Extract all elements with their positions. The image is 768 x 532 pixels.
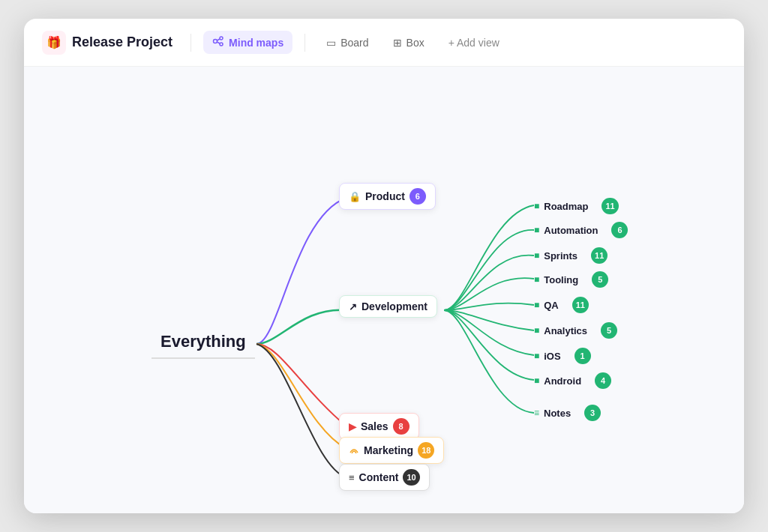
svg-point-2 xyxy=(220,43,223,46)
sales-label: Sales xyxy=(361,420,388,432)
leaf-analytics[interactable]: ■ Analytics 5 xyxy=(534,322,617,339)
leaf-qa[interactable]: ■ QA 11 xyxy=(534,297,589,313)
qa-badge: 11 xyxy=(572,297,589,313)
app-window: 🎁 Release Project Mind maps ▭ Board xyxy=(24,19,744,513)
svg-line-4 xyxy=(218,42,220,43)
sales-icon: ▶ xyxy=(349,421,356,432)
sprints-label: Sprints xyxy=(544,250,578,262)
android-icon: ■ xyxy=(534,375,539,386)
analytics-label: Analytics xyxy=(544,325,587,336)
board-icon: ▭ xyxy=(326,37,336,49)
tab-mind-maps-label: Mind maps xyxy=(229,37,284,49)
product-badge: 6 xyxy=(410,188,426,205)
node-sales[interactable]: ▶ Sales 8 xyxy=(339,413,419,440)
header-divider xyxy=(190,34,191,52)
box-icon: ⊞ xyxy=(393,37,402,49)
roadmap-badge: 11 xyxy=(602,198,618,214)
leaf-roadmap[interactable]: ■ Roadmap 11 xyxy=(534,198,619,214)
automation-badge: 6 xyxy=(611,222,628,238)
content-badge: 10 xyxy=(403,469,419,486)
automation-icon: ■ xyxy=(534,225,539,235)
svg-line-3 xyxy=(218,39,220,40)
sprints-icon: ■ xyxy=(534,250,539,261)
mind-maps-icon xyxy=(212,35,224,49)
leaf-automation[interactable]: ■ Automation 6 xyxy=(534,222,628,238)
notes-badge: 3 xyxy=(584,405,601,421)
svg-point-1 xyxy=(220,37,223,40)
project-icon: 🎁 xyxy=(42,31,66,55)
analytics-icon: ■ xyxy=(534,325,539,336)
qa-icon: ■ xyxy=(534,300,539,310)
tooling-badge: 5 xyxy=(592,271,608,288)
marketing-badge: 18 xyxy=(418,442,434,459)
notes-icon: ≡ xyxy=(534,408,539,418)
mindmap-canvas: Everything 🔒 Product 6 ↗ Development ■ R… xyxy=(24,67,744,513)
leaf-notes[interactable]: ≡ Notes 3 xyxy=(534,405,601,421)
product-label: Product xyxy=(365,190,405,202)
product-icon: 🔒 xyxy=(349,191,361,202)
development-label: Development xyxy=(362,300,428,312)
node-marketing[interactable]: Marketing 18 xyxy=(339,437,444,464)
notes-label: Notes xyxy=(544,408,571,419)
android-label: Android xyxy=(544,375,581,387)
sales-badge: 8 xyxy=(393,418,410,435)
leaf-ios[interactable]: ■ iOS 1 xyxy=(534,348,591,364)
node-product[interactable]: 🔒 Product 6 xyxy=(339,183,436,210)
automation-label: Automation xyxy=(544,225,598,236)
root-node[interactable]: Everything xyxy=(152,327,255,356)
tab-box[interactable]: ⊞ Box xyxy=(384,32,434,53)
tooling-icon: ■ xyxy=(534,274,539,285)
analytics-badge: 5 xyxy=(601,322,617,339)
add-view-label: + Add view xyxy=(448,37,500,49)
development-icon: ↗ xyxy=(349,301,357,312)
content-label: Content xyxy=(359,471,399,483)
project-title: Release Project xyxy=(72,34,172,50)
node-development[interactable]: ↗ Development xyxy=(339,295,437,318)
android-badge: 4 xyxy=(595,372,611,389)
ios-icon: ■ xyxy=(534,351,539,361)
tab-board-label: Board xyxy=(340,37,368,49)
header-divider2 xyxy=(304,34,305,52)
qa-label: QA xyxy=(544,300,559,311)
content-icon: ≡ xyxy=(349,472,355,483)
root-label: Everything xyxy=(160,332,246,351)
ios-label: iOS xyxy=(544,351,560,362)
ios-badge: 1 xyxy=(574,348,591,364)
leaf-sprints[interactable]: ■ Sprints 11 xyxy=(534,247,608,264)
leaf-tooling[interactable]: ■ Tooling 5 xyxy=(534,271,608,288)
marketing-icon xyxy=(349,445,359,456)
node-content[interactable]: ≡ Content 10 xyxy=(339,464,430,491)
tooling-label: Tooling xyxy=(544,274,578,285)
sprints-badge: 11 xyxy=(591,247,608,264)
tab-box-label: Box xyxy=(406,37,424,49)
tab-mind-maps[interactable]: Mind maps xyxy=(203,31,292,54)
leaf-android[interactable]: ■ Android 4 xyxy=(534,372,611,389)
header: 🎁 Release Project Mind maps ▭ Board xyxy=(24,19,744,67)
roadmap-label: Roadmap xyxy=(544,201,588,212)
roadmap-icon: ■ xyxy=(534,201,539,211)
tab-board[interactable]: ▭ Board xyxy=(317,32,377,53)
add-view-button[interactable]: + Add view xyxy=(440,32,508,53)
marketing-label: Marketing xyxy=(364,444,413,456)
svg-point-0 xyxy=(214,40,218,43)
